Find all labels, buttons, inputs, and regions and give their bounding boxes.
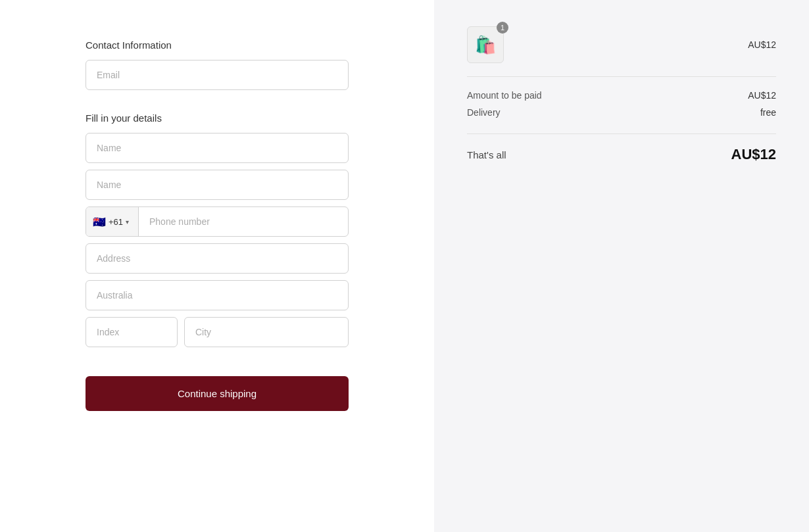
amount-row: Amount to be paid AU$12 — [467, 90, 776, 101]
total-row: That's all AU$12 — [467, 146, 776, 163]
index-city-group — [86, 317, 349, 347]
details-section: Fill in your details 🇦🇺 +61 ▾ — [86, 112, 349, 354]
delivery-label: Delivery — [467, 107, 501, 118]
item-quantity-badge: 1 — [497, 22, 508, 34]
last-name-field[interactable] — [86, 170, 349, 200]
left-panel: Contact Information Fill in your details… — [0, 0, 434, 532]
total-label: That's all — [467, 149, 506, 160]
delivery-row: Delivery free — [467, 107, 776, 118]
summary-divider — [467, 133, 776, 134]
contact-section: Contact Information — [86, 39, 349, 97]
phone-row: 🇦🇺 +61 ▾ — [86, 206, 349, 237]
total-value: AU$12 — [731, 146, 776, 163]
email-group — [86, 60, 349, 90]
country-group — [86, 280, 349, 310]
phone-field[interactable] — [139, 207, 348, 236]
amount-label: Amount to be paid — [467, 90, 542, 101]
phone-code: +61 — [109, 217, 123, 227]
delivery-value: free — [760, 107, 776, 118]
amount-value: AU$12 — [748, 90, 776, 101]
chevron-down-icon: ▾ — [126, 218, 129, 226]
order-item: 🛍️ 1 AU$12 — [467, 26, 776, 77]
index-field[interactable] — [86, 317, 178, 347]
right-panel: 🛍️ 1 AU$12 Amount to be paid AU$12 Deliv… — [434, 0, 809, 532]
product-thumbnail: 🛍️ 1 — [467, 26, 504, 63]
australia-flag-icon: 🇦🇺 — [93, 216, 106, 228]
contact-title: Contact Information — [86, 39, 349, 51]
details-title: Fill in your details — [86, 112, 349, 124]
continue-shipping-button[interactable]: Continue shipping — [86, 376, 349, 411]
address-group — [86, 243, 349, 274]
last-name-group — [86, 170, 349, 200]
first-name-field[interactable] — [86, 133, 349, 163]
item-price: AU$12 — [748, 39, 776, 50]
phone-group: 🇦🇺 +61 ▾ — [86, 206, 349, 237]
bag-icon: 🛍️ — [475, 35, 496, 55]
country-field[interactable] — [86, 280, 349, 310]
email-field[interactable] — [86, 60, 349, 90]
address-field[interactable] — [86, 243, 349, 274]
first-name-group — [86, 133, 349, 163]
phone-country-selector[interactable]: 🇦🇺 +61 ▾ — [86, 207, 139, 236]
city-field[interactable] — [184, 317, 349, 347]
